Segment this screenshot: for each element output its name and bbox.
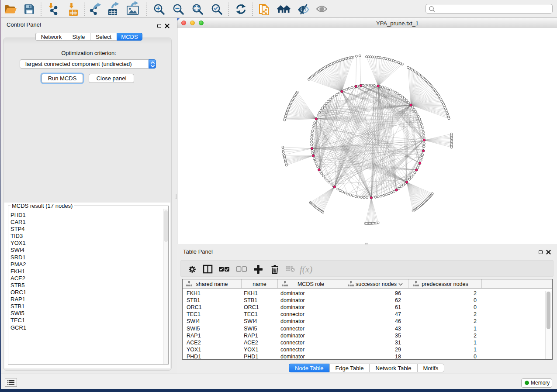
svg-text:f(x): f(x)	[300, 264, 312, 275]
